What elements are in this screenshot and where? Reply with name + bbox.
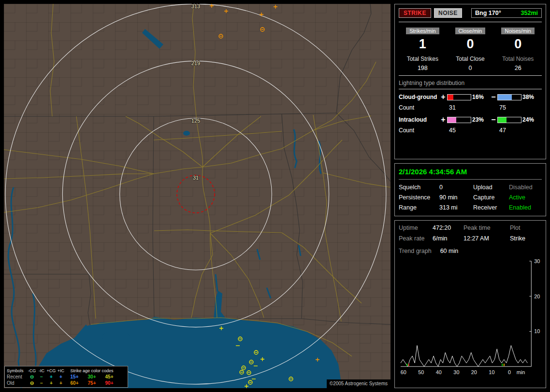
- pos-cg-recent-symbol: +: [46, 374, 56, 379]
- noise-mode-button[interactable]: NOISE: [434, 8, 462, 18]
- squelch-value: 0: [439, 184, 473, 191]
- svg-text:min: min: [517, 369, 525, 375]
- cg-positive-bar: [447, 94, 471, 100]
- svg-text:60: 60: [401, 369, 406, 375]
- datetime-display: 2/1/2026 4:34:56 AM: [399, 168, 542, 180]
- capture-label: Capture: [473, 194, 509, 201]
- svg-text:31: 31: [193, 175, 199, 181]
- cg-positive-percent: 16%: [472, 94, 490, 100]
- legend-header: Symbols-CG-IC+CG+ICStrike age color code…: [7, 367, 126, 374]
- bar-fill: [498, 95, 512, 100]
- neg-ic-recent-symbol: −: [37, 374, 46, 379]
- legend-column-label: +IC: [56, 368, 66, 373]
- mode-row: STRIKE NOISE Bng 170° 352mi: [399, 8, 542, 18]
- close-per-min-badge: Close/min: [455, 28, 486, 34]
- map-legend: Symbols-CG-IC+CG+ICStrike age color code…: [4, 366, 128, 388]
- trend-panel: Uptime 472:20 Peak time Plot Peak rate 6…: [394, 220, 546, 388]
- stats-panel: STRIKE NOISE Bng 170° 352mi Strikes/min …: [394, 4, 546, 159]
- pos-cg-old-symbol: +: [46, 380, 56, 386]
- neg-cg-recent-symbol: ⊖: [27, 374, 37, 379]
- legend-symbols-title: Symbols: [7, 368, 27, 373]
- svg-text:50: 50: [418, 369, 424, 375]
- upload-label: Upload: [473, 184, 509, 191]
- bearing-display: Bng 170° 352mi: [471, 8, 542, 18]
- minus-sign: −: [491, 115, 496, 124]
- minus-sign: −: [491, 93, 496, 101]
- legend-column-label: -CG: [27, 368, 37, 373]
- trend-graph-label: Trend graph: [399, 248, 432, 254]
- total-close: Total Close 0: [447, 56, 494, 71]
- strikes-per-min-badge: Strikes/min: [406, 28, 439, 34]
- copyright-notice: ©2005 Astrogenic Systems: [327, 379, 391, 388]
- count-label: Count: [399, 127, 439, 134]
- legend-age-code: 30+: [83, 374, 101, 379]
- svg-text:20: 20: [471, 369, 477, 375]
- upload-status: Disabled: [509, 184, 542, 191]
- total-strikes-label: Total Strikes: [399, 56, 447, 62]
- svg-text:313: 313: [191, 4, 200, 9]
- total-close-value: 0: [447, 65, 494, 71]
- range-value: 313 mi: [439, 204, 473, 211]
- bar-fill: [448, 117, 456, 123]
- map-canvas: 31321912531: [4, 4, 391, 388]
- range-label: Range: [399, 204, 439, 211]
- neg-cg-old-symbol: ⊖: [27, 380, 37, 386]
- bar-fill: [448, 95, 453, 100]
- cg-positive-count: 31: [447, 104, 471, 111]
- cg-negative-count: 75: [497, 104, 521, 111]
- cloud-ground-count-row: Count 31 75: [399, 104, 542, 111]
- separator: [399, 75, 542, 76]
- legend-age-code: 15+: [66, 374, 83, 379]
- bearing-label: Bng 170°: [475, 10, 501, 16]
- noises-per-min-badge: Noises/min: [501, 28, 534, 34]
- peak-rate-label: Peak rate: [399, 235, 433, 242]
- pos-ic-old-symbol: +: [56, 380, 66, 386]
- legend-age-code: 60+: [66, 380, 83, 386]
- total-strikes: Total Strikes 198: [399, 56, 447, 71]
- rates-grid: Strikes/min 1 Close/min 0 Noises/min 0: [399, 26, 542, 52]
- total-noises-value: 26: [494, 65, 542, 71]
- ic-positive-bar: [447, 117, 471, 123]
- ic-positive-percent: 23%: [472, 116, 490, 123]
- legend-row: Old⊖−++60+75+90+: [7, 380, 126, 386]
- intracloud-label: Intracloud: [399, 116, 439, 123]
- distribution-title: Lightning type distribution: [399, 80, 542, 86]
- total-strikes-value: 198: [399, 65, 447, 71]
- squelch-label: Squelch: [399, 184, 439, 191]
- cg-negative-bar: [497, 94, 521, 100]
- total-noises-label: Total Noises: [494, 56, 542, 62]
- strike-mode-button[interactable]: STRIKE: [399, 8, 431, 18]
- intracloud-count-row: Count 45 47: [399, 127, 542, 134]
- receiver-status: Enabled: [509, 204, 542, 211]
- close-per-min: Close/min 0: [447, 26, 494, 52]
- svg-text:10: 10: [489, 369, 494, 375]
- trend-graph-range: 60 min: [440, 248, 459, 254]
- info-grid: Uptime 472:20 Peak time Plot Peak rate 6…: [399, 224, 542, 242]
- persistence-label: Persistence: [399, 194, 439, 201]
- receiver-label: Receiver: [473, 204, 509, 211]
- plot-value: Strike: [510, 235, 542, 242]
- svg-text:30: 30: [534, 258, 540, 264]
- lightning-map[interactable]: 31321912531 Symbols-CG-IC+CG+ICStrike ag…: [4, 4, 391, 388]
- svg-text:219: 219: [191, 60, 200, 66]
- legend-row: Recent⊖−++15+30+45+: [7, 374, 126, 380]
- trend-graph: 1020306050403020100min: [399, 258, 542, 379]
- peak-time-label: Peak time: [463, 224, 510, 231]
- settings-grid: Squelch 0 Upload Disabled Persistence 90…: [399, 184, 542, 211]
- legend-age-code: 75+: [83, 380, 101, 386]
- uptime-value: 472:20: [433, 224, 463, 231]
- svg-text:10: 10: [534, 328, 540, 334]
- pos-ic-recent-symbol: +: [56, 374, 66, 379]
- trend-label-row: Trend graph 60 min: [399, 248, 542, 254]
- total-close-label: Total Close: [447, 56, 494, 62]
- noises-per-min-value: 0: [494, 36, 542, 52]
- separator: [399, 89, 542, 89]
- legend-age-title: Strike age color codes: [66, 368, 118, 373]
- plus-sign: +: [440, 93, 446, 101]
- capture-status: Active: [509, 194, 542, 201]
- strikes-per-min-value: 1: [399, 36, 447, 52]
- legend-age-code: 90+: [101, 380, 118, 386]
- ic-negative-percent: 24%: [522, 116, 539, 123]
- peak-rate-value: 6/min: [433, 235, 463, 242]
- totals-grid: Total Strikes 198 Total Close 0 Total No…: [399, 56, 542, 71]
